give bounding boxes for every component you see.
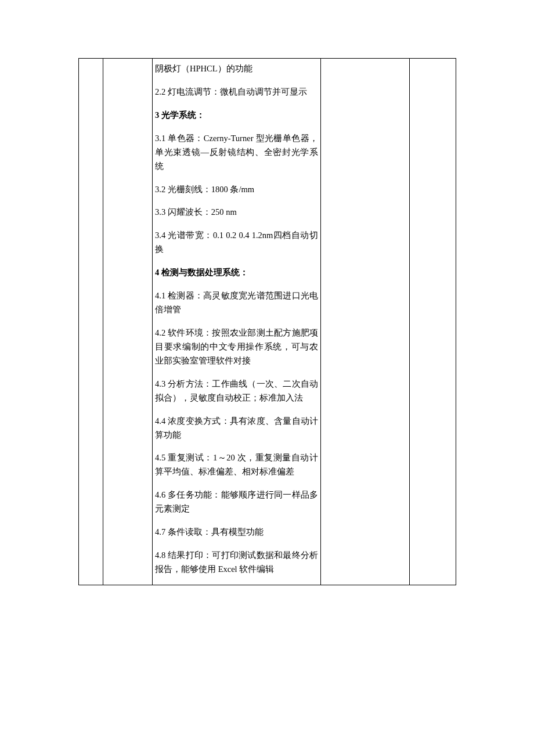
spec-paragraph: 4 检测与数据处理系统： bbox=[155, 266, 318, 280]
cell-col4 bbox=[321, 59, 410, 585]
spec-paragraph: 阴极灯（HPHCL）的功能 bbox=[155, 62, 318, 76]
spec-paragraph: 3.1 单色器：Czerny-Turner 型光栅单色器，单光束透镜—反射镜结构… bbox=[155, 132, 318, 174]
spec-paragraph: 4.6 多任务功能：能够顺序进行同一样品多元素测定 bbox=[155, 488, 318, 516]
spec-paragraph: 4.8 结果打印：可打印测试数据和最终分析报告，能够使用 Excel 软件编辑 bbox=[155, 549, 318, 577]
spec-paragraph: 4.5 重复测试：1～20 次，重复测量自动计算平均值、标准偏差、相对标准偏差 bbox=[155, 451, 318, 479]
spec-paragraph: 3.4 光谱带宽：0.1 0.2 0.4 1.2nm四档自动切换 bbox=[155, 229, 318, 257]
spec-table: 阴极灯（HPHCL）的功能2.2 灯电流调节：微机自动调节并可显示3 光学系统：… bbox=[78, 58, 456, 585]
spec-paragraph: 4.4 浓度变换方式：具有浓度、含量自动计算功能 bbox=[155, 415, 318, 442]
cell-col2 bbox=[103, 59, 153, 585]
spec-paragraph: 4.2 软件环境：按照农业部测土配方施肥项目要求编制的中文专用操作系统，可与农业… bbox=[155, 326, 318, 368]
cell-col1 bbox=[79, 59, 103, 585]
spec-paragraph: 2.2 灯电流调节：微机自动调节并可显示 bbox=[155, 85, 318, 99]
cell-col5 bbox=[410, 59, 456, 585]
spec-paragraph: 4.7 条件读取：具有模型功能 bbox=[155, 525, 318, 539]
cell-spec-content: 阴极灯（HPHCL）的功能2.2 灯电流调节：微机自动调节并可显示3 光学系统：… bbox=[153, 59, 321, 585]
spec-paragraph: 3 光学系统： bbox=[155, 109, 318, 123]
spec-paragraph: 4.1 检测器：高灵敏度宽光谱范围进口光电倍增管 bbox=[155, 289, 318, 317]
spec-paragraph: 4.3 分析方法：工作曲线（一次、二次自动拟合），灵敏度自动校正；标准加入法 bbox=[155, 377, 318, 405]
table-row: 阴极灯（HPHCL）的功能2.2 灯电流调节：微机自动调节并可显示3 光学系统：… bbox=[79, 59, 456, 585]
spec-paragraph: 3.3 闪耀波长：250 nm bbox=[155, 206, 318, 219]
spec-paragraph: 3.2 光栅刻线：1800 条/mm bbox=[155, 183, 318, 197]
